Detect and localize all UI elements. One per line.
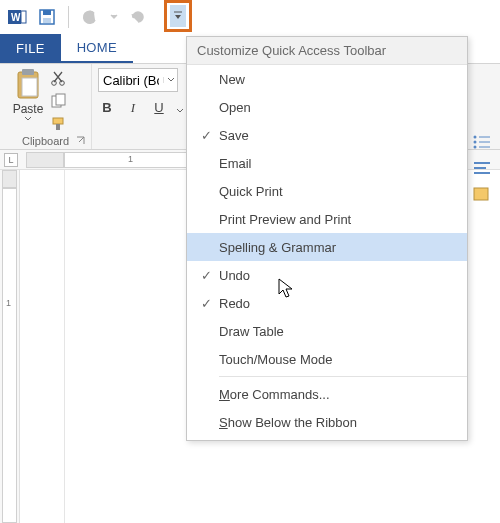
menu-item-redo[interactable]: ✓ Redo bbox=[187, 289, 467, 317]
menu-item-label: Show Below the Ribbon bbox=[219, 415, 457, 430]
copy-icon[interactable] bbox=[50, 93, 68, 112]
menu-item-label: Quick Print bbox=[219, 184, 457, 199]
tab-selector[interactable]: L bbox=[4, 153, 18, 167]
menu-item-show-below-ribbon[interactable]: Show Below the Ribbon bbox=[187, 408, 467, 436]
menu-item-label: Email bbox=[219, 156, 457, 171]
menu-item-touch-mouse[interactable]: Touch/Mouse Mode bbox=[187, 345, 467, 373]
svg-rect-25 bbox=[474, 188, 488, 200]
undo-dropdown-icon bbox=[109, 6, 119, 28]
menu-item-label: Spelling & Grammar bbox=[219, 240, 457, 255]
check-icon: ✓ bbox=[193, 268, 219, 283]
redo-icon bbox=[127, 6, 149, 28]
shading-icon[interactable] bbox=[472, 186, 494, 206]
clipboard-launcher-icon[interactable] bbox=[76, 134, 88, 146]
underline-button[interactable]: U bbox=[150, 100, 168, 118]
group-clipboard: Paste Clipboard bbox=[0, 64, 92, 149]
cut-icon[interactable] bbox=[50, 70, 68, 89]
svg-rect-5 bbox=[43, 18, 51, 23]
menu-item-spelling-grammar[interactable]: Spelling & Grammar bbox=[187, 233, 467, 261]
tab-obscured[interactable] bbox=[133, 34, 153, 63]
menu-item-print-preview[interactable]: Print Preview and Print bbox=[187, 205, 467, 233]
svg-rect-2 bbox=[21, 11, 26, 23]
menu-item-new[interactable]: New bbox=[187, 65, 467, 93]
word-app-icon[interactable]: W bbox=[6, 6, 28, 28]
menu-separator bbox=[219, 376, 467, 377]
svg-rect-13 bbox=[56, 94, 65, 105]
menu-item-label: Draw Table bbox=[219, 324, 457, 339]
chevron-down-icon[interactable] bbox=[176, 102, 184, 117]
chevron-down-icon[interactable] bbox=[163, 77, 177, 83]
menu-item-more-commands[interactable]: More Commands... bbox=[187, 380, 467, 408]
svg-rect-15 bbox=[56, 124, 60, 130]
customize-qat-highlight bbox=[164, 0, 192, 32]
save-icon[interactable] bbox=[36, 6, 58, 28]
menu-item-undo[interactable]: ✓ Undo bbox=[187, 261, 467, 289]
menu-item-label: Undo bbox=[219, 268, 457, 283]
svg-point-18 bbox=[474, 141, 477, 144]
menu-title: Customize Quick Access Toolbar bbox=[187, 37, 467, 65]
undo-icon bbox=[79, 6, 101, 28]
italic-button[interactable]: I bbox=[124, 100, 142, 118]
svg-point-16 bbox=[474, 136, 477, 139]
menu-item-label: New bbox=[219, 72, 457, 87]
menu-item-label: Open bbox=[219, 100, 457, 115]
svg-text:W: W bbox=[11, 12, 21, 23]
check-icon: ✓ bbox=[193, 128, 219, 143]
menu-item-label: Redo bbox=[219, 296, 457, 311]
check-icon: ✓ bbox=[193, 296, 219, 311]
menu-item-email[interactable]: Email bbox=[187, 149, 467, 177]
paragraph-right-icons bbox=[472, 134, 494, 206]
menu-item-draw-table[interactable]: Draw Table bbox=[187, 317, 467, 345]
svg-rect-14 bbox=[53, 118, 63, 124]
font-name-combo[interactable] bbox=[98, 68, 178, 92]
quick-access-toolbar: W bbox=[0, 0, 500, 34]
clipboard-icon bbox=[13, 68, 43, 102]
qat-separator bbox=[68, 6, 69, 28]
font-name-input[interactable] bbox=[99, 73, 163, 88]
tab-file[interactable]: FILE bbox=[0, 34, 61, 63]
ruler-v-tick-1: 1 bbox=[6, 298, 11, 308]
cursor-icon bbox=[278, 278, 296, 303]
menu-item-quick-print[interactable]: Quick Print bbox=[187, 177, 467, 205]
menu-item-label: Save bbox=[219, 128, 457, 143]
svg-rect-8 bbox=[22, 69, 34, 75]
svg-point-20 bbox=[474, 146, 477, 149]
menu-item-label: Touch/Mouse Mode bbox=[219, 352, 457, 367]
ruler-tick-1: 1 bbox=[128, 154, 133, 164]
chevron-down-icon bbox=[24, 116, 32, 122]
customize-qat-menu: Customize Quick Access Toolbar New Open … bbox=[186, 36, 468, 441]
align-icon[interactable] bbox=[472, 160, 494, 180]
menu-item-label: Print Preview and Print bbox=[219, 212, 457, 227]
bold-button[interactable]: B bbox=[98, 100, 116, 118]
ruler-vertical[interactable]: 1 bbox=[0, 170, 20, 523]
svg-rect-9 bbox=[22, 78, 37, 96]
bullets-icon[interactable] bbox=[472, 134, 494, 154]
paste-button[interactable]: Paste bbox=[6, 68, 50, 130]
tab-home[interactable]: HOME bbox=[61, 34, 133, 63]
format-painter-icon[interactable] bbox=[50, 116, 68, 135]
menu-item-label: More Commands... bbox=[219, 387, 457, 402]
menu-item-save[interactable]: ✓ Save bbox=[187, 121, 467, 149]
svg-rect-4 bbox=[43, 10, 51, 15]
menu-item-open[interactable]: Open bbox=[187, 93, 467, 121]
paste-label: Paste bbox=[13, 102, 44, 116]
